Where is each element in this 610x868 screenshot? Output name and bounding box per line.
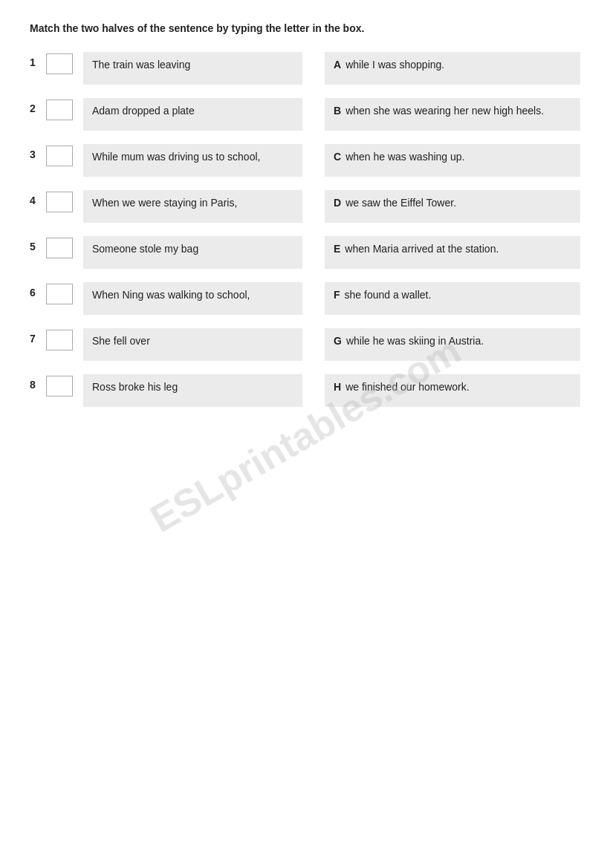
table-row: 1The train was leavingAwhile I was shopp…	[30, 52, 580, 85]
row-number: 8	[30, 374, 46, 391]
row-number: 6	[30, 282, 46, 298]
left-phrase-7: She fell over	[83, 328, 302, 361]
right-phrase-5: Ewhen Maria arrived at the station.	[325, 236, 580, 269]
right-text-3: when he was washing up.	[345, 151, 464, 163]
answer-input-5[interactable]	[46, 238, 73, 258]
right-text-1: while I was shopping.	[345, 59, 444, 71]
answer-input-3[interactable]	[46, 146, 73, 166]
right-letter-1: A	[334, 59, 341, 71]
right-text-2: when she was wearing her new high heels.	[345, 105, 544, 117]
answer-input-8[interactable]	[46, 376, 73, 397]
right-phrase-3: Cwhen he was washing up.	[325, 144, 580, 177]
table-row: 2Adam dropped a plateBwhen she was weari…	[30, 98, 580, 131]
right-text-8: we finished our homework.	[345, 381, 470, 393]
left-phrase-1: The train was leaving	[83, 52, 302, 85]
exercise-container: 1The train was leavingAwhile I was shopp…	[30, 52, 580, 407]
right-text-5: when Maria arrived at the station.	[345, 243, 499, 255]
left-phrase-6: When Ning was walking to school,	[83, 282, 302, 315]
right-phrase-4: Dwe saw the Eiffel Tower.	[325, 190, 580, 223]
row-number: 5	[30, 236, 46, 252]
right-letter-3: C	[334, 151, 341, 163]
left-phrase-2: Adam dropped a plate	[83, 98, 302, 131]
left-phrase-5: Someone stole my bag	[83, 236, 302, 269]
right-text-4: we saw the Eiffel Tower.	[345, 197, 456, 209]
right-text-6: she found a wallet.	[345, 289, 432, 301]
right-phrase-6: Fshe found a wallet.	[325, 282, 580, 315]
row-number: 3	[30, 144, 46, 160]
row-number: 2	[30, 98, 46, 114]
table-row: 3While mum was driving us to school,Cwhe…	[30, 144, 580, 177]
right-letter-5: E	[334, 243, 340, 255]
left-phrase-4: When we were staying in Paris,	[83, 190, 302, 223]
instructions: Match the two halves of the sentence by …	[30, 22, 580, 34]
answer-input-7[interactable]	[46, 330, 73, 350]
answer-input-2[interactable]	[46, 99, 73, 120]
right-letter-4: D	[334, 197, 341, 209]
table-row: 4When we were staying in Paris,Dwe saw t…	[30, 190, 580, 223]
table-row: 6When Ning was walking to school,Fshe fo…	[30, 282, 580, 315]
right-text-7: while he was skiing in Austria.	[346, 335, 484, 347]
table-row: 5Someone stole my bagEwhen Maria arrived…	[30, 236, 580, 269]
left-phrase-8: Ross broke his leg	[83, 374, 302, 407]
right-phrase-2: Bwhen she was wearing her new high heels…	[325, 98, 580, 131]
right-letter-7: G	[334, 335, 342, 347]
right-phrase-1: Awhile I was shopping.	[325, 52, 580, 85]
row-number: 4	[30, 190, 46, 206]
answer-input-4[interactable]	[46, 192, 73, 212]
right-letter-8: H	[334, 381, 341, 393]
left-phrase-3: While mum was driving us to school,	[83, 144, 302, 177]
row-number: 7	[30, 328, 46, 345]
answer-input-6[interactable]	[46, 284, 73, 304]
right-letter-2: B	[334, 105, 341, 117]
right-phrase-7: Gwhile he was skiing in Austria.	[325, 328, 580, 361]
table-row: 7She fell overGwhile he was skiing in Au…	[30, 328, 580, 361]
right-letter-6: F	[334, 289, 340, 301]
answer-input-1[interactable]	[46, 53, 73, 74]
row-number: 1	[30, 52, 46, 68]
table-row: 8Ross broke his legHwe finished our home…	[30, 374, 580, 407]
right-phrase-8: Hwe finished our homework.	[325, 374, 580, 407]
